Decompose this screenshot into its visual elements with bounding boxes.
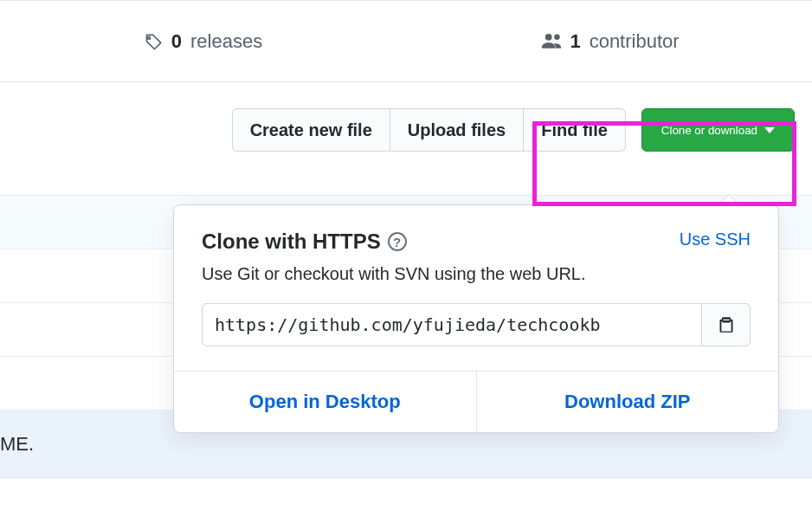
- releases-label: releases: [190, 30, 262, 53]
- help-icon[interactable]: ?: [388, 232, 407, 251]
- clone-download-button[interactable]: Clone or download: [641, 108, 795, 152]
- tag-icon: [144, 32, 163, 51]
- download-zip-button[interactable]: Download ZIP: [477, 372, 779, 432]
- caret-down-icon: [764, 127, 775, 133]
- copy-url-button[interactable]: [702, 303, 751, 346]
- open-in-desktop-button[interactable]: Open in Desktop: [174, 372, 477, 432]
- contributors-stat[interactable]: 1 contributor: [406, 30, 812, 53]
- file-toolbar: Create new file Upload files Find file C…: [0, 82, 812, 152]
- use-ssh-link[interactable]: Use SSH: [680, 230, 751, 249]
- file-button-group: Create new file Upload files Find file: [232, 108, 626, 152]
- stats-bar: 0 releases 1 contributor: [0, 0, 812, 82]
- find-file-button[interactable]: Find file: [524, 108, 626, 152]
- clone-url-input[interactable]: [202, 303, 702, 346]
- contributors-label: contributor: [590, 30, 680, 53]
- clipboard-icon: [718, 315, 735, 334]
- upload-files-button[interactable]: Upload files: [390, 108, 524, 152]
- clone-dropdown-panel: Clone with HTTPS ? Use SSH Use Git or ch…: [173, 204, 779, 433]
- bg-row: [0, 477, 812, 511]
- create-new-file-button[interactable]: Create new file: [232, 108, 390, 152]
- clone-panel-title: Clone with HTTPS ?: [202, 230, 407, 254]
- clone-panel-description: Use Git or checkout with SVN using the w…: [202, 264, 751, 284]
- clone-download-label: Clone or download: [661, 124, 757, 137]
- releases-stat[interactable]: 0 releases: [0, 30, 406, 53]
- contributors-count: 1: [570, 30, 580, 53]
- people-icon: [538, 32, 561, 51]
- releases-count: 0: [171, 30, 182, 53]
